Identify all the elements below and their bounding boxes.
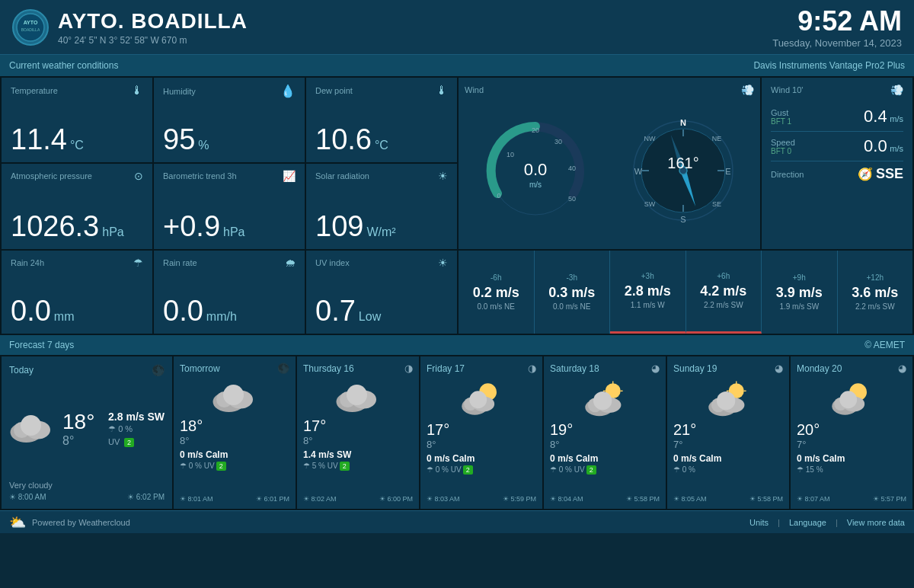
rain-rate-icon: 🌧 <box>285 257 296 269</box>
baro-label: Barometric trend 3h <box>163 171 237 181</box>
rain-rate-value: 0.0 <box>163 295 203 328</box>
view-more-link[interactable]: View more data <box>847 518 905 527</box>
footer-links[interactable]: Units | Language | View more data <box>749 518 905 527</box>
today-high: 18° <box>62 410 101 434</box>
speedometer-svg: 0 10 20 30 40 50 0.0 m/s <box>482 117 589 224</box>
direction-value: SSE <box>876 166 903 182</box>
svg-text:SW: SW <box>644 200 656 208</box>
wind-forecast-col: -3h 0.3 m/s 0.0 m/s NE <box>535 251 611 334</box>
forecast-card: Saturday 18 ◕ 19° 8° 0 m/s Calm ☂ 0 % UV… <box>544 356 666 509</box>
fc-sunset: ☀ 6:00 PM <box>379 495 413 503</box>
uv-label: UV index <box>315 258 350 267</box>
direction-label: Direction <box>771 170 804 179</box>
svg-point-41 <box>347 385 367 405</box>
humidity-unit: % <box>198 139 209 152</box>
speed-label: Speed <box>771 138 795 147</box>
fc-high: 18° <box>180 417 289 435</box>
humidity-label: Humidity <box>163 87 196 96</box>
fc-sunrise: ☀ 8:02 AM <box>303 495 337 503</box>
svg-point-46 <box>469 391 487 408</box>
svg-text:0.0: 0.0 <box>524 160 548 179</box>
today-sunset: ☀ 6:02 PM <box>127 493 165 501</box>
fc-low: 7° <box>673 439 783 450</box>
forecast-card: Thursday 16 ◑ 17° 8° 1.4 m/s SW ☂ 5 % UV… <box>297 356 419 509</box>
solar-label: Solar radiation <box>315 171 369 181</box>
svg-text:N: N <box>680 118 686 127</box>
fc-wind: 0 m/s Calm <box>673 453 783 464</box>
dew-value: 10.6 <box>315 123 372 156</box>
thermometer-icon: 🌡 <box>131 84 143 97</box>
forecast-card: Tomorrow 🌑 18° 8° 0 m/s Calm ☂ 0 % UV2 ☀… <box>174 356 296 509</box>
solar-card: Solar radiation ☀ 109 W/m² <box>306 164 457 248</box>
fc-low: 8° <box>180 435 289 446</box>
fc-day-label: Thursday 16 <box>303 363 354 374</box>
section-label: Current weather conditions <box>9 60 118 71</box>
rain24-unit: mm <box>54 310 75 324</box>
station-model: Davis Instruments Vantage Pro2 Plus <box>753 60 905 71</box>
speedometer: 0 10 20 30 40 50 0.0 m/s <box>465 117 606 224</box>
rain-rate-label: Rain rate <box>163 258 197 267</box>
svg-text:S: S <box>680 215 686 224</box>
today-condition: Very cloudy <box>9 481 165 490</box>
fc-moon: ◑ <box>528 363 536 374</box>
fc-wind: 0 m/s Calm <box>550 453 660 464</box>
uv-unit: Low <box>359 310 381 324</box>
svg-point-37 <box>223 385 244 405</box>
header-left: AYTO BOADILLA AYTO. BOADILLA 40° 24' 5" … <box>12 9 248 46</box>
units-link[interactable]: Units <box>749 518 769 527</box>
forecast-bar: Forecast 7 days © AEMET <box>0 335 914 355</box>
fc-moon: ◑ <box>404 363 413 374</box>
uv-badge: 2 <box>586 465 596 475</box>
svg-text:SE: SE <box>712 200 721 208</box>
trend-icon: 📈 <box>283 170 296 182</box>
today-rain-icon: ☂ <box>108 424 116 433</box>
uv-icon: ☀ <box>438 257 448 269</box>
fc-day-label: Saturday 18 <box>550 363 599 374</box>
weathercloud-icon: ⛅ <box>9 514 26 531</box>
svg-point-69 <box>839 391 857 408</box>
svg-text:10: 10 <box>507 151 514 158</box>
fc-rain-icon: ☂ <box>303 462 310 470</box>
fc-rain-icon: ☂ <box>427 465 433 474</box>
wind10-icon: 💨 <box>890 84 903 96</box>
svg-text:40: 40 <box>568 165 576 172</box>
baro-trend-card: Barometric trend 3h 📈 +0.9 hPa <box>154 164 305 248</box>
fc-sunrise: ☀ 8:03 AM <box>427 495 460 503</box>
dew-point-card: Dew point 🌡 10.6 °C <box>306 78 457 162</box>
compass-mini-icon: 🧭 <box>858 167 873 181</box>
header: AYTO BOADILLA AYTO. BOADILLA 40° 24' 5" … <box>0 0 914 55</box>
pressure-label: Atmospheric pressure <box>11 171 92 181</box>
clock: 9:52 AM <box>772 5 902 37</box>
station-info: AYTO. BOADILLA 40° 24' 5" N 3° 52' 58" W… <box>58 9 248 46</box>
fc-rain-icon: ☂ <box>797 465 804 474</box>
svg-point-55 <box>593 391 612 410</box>
uv-badge: 2 <box>216 462 226 471</box>
fc-wind: 0 m/s Calm <box>797 453 906 464</box>
pressure-unit: hPa <box>102 225 123 239</box>
fc-sunset: ☀ 6:01 PM <box>256 495 289 503</box>
fc-sunset: ☀ 5:59 PM <box>503 495 536 503</box>
fc-sunset: ☀ 5:58 PM <box>626 495 660 503</box>
fc-wind: 0 m/s Calm <box>427 453 536 464</box>
svg-text:0: 0 <box>497 192 500 200</box>
humidity-icon: 💧 <box>280 84 296 98</box>
today-forecast-card: Today 🌑 18° 8° 2.8 m/s SW ☂ 0 % <box>2 356 172 509</box>
fc-high: 21° <box>673 421 783 439</box>
wind10-card: Wind 10' 💨 Gust BFT 1 0.4 m/s Speed BFT … <box>762 78 912 249</box>
svg-text:BOADILLA: BOADILLA <box>21 27 40 32</box>
svg-text:W: W <box>634 167 643 176</box>
fc-day-label: Monday 20 <box>797 363 842 374</box>
fc-moon: ◕ <box>651 363 660 374</box>
wind-forecast-col: +12h 3.6 m/s 2.2 m/s SW <box>838 251 913 334</box>
temperature-label: Temperature <box>11 86 58 95</box>
language-link[interactable]: Language <box>789 518 826 527</box>
station-name: AYTO. BOADILLA <box>58 9 248 34</box>
pressure-value: 1026.3 <box>11 210 99 243</box>
temperature-unit: °C <box>70 139 84 152</box>
speed-unit: m/s <box>890 144 903 153</box>
baro-value: +0.9 <box>163 210 220 243</box>
forecast-source: © AEMET <box>864 340 905 350</box>
forecast-card: Monday 20 ◕ 20° 7° 0 m/s Calm ☂ 15 % ☀ 8… <box>791 356 912 509</box>
svg-text:30: 30 <box>554 138 562 145</box>
fc-rain-icon: ☂ <box>550 465 557 474</box>
